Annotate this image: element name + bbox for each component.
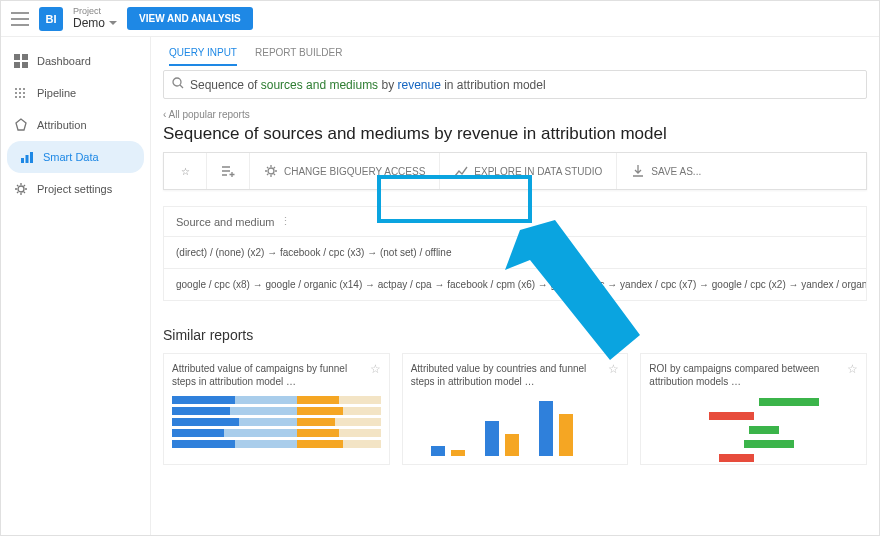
pipeline-icon [13,85,29,101]
svg-rect-4 [21,158,24,163]
smart-data-icon [19,149,35,165]
card-title: Attributed value by countries and funnel… [411,362,603,388]
list-add-icon [221,164,235,178]
star-icon: ☆ [178,164,192,178]
change-bigquery-button[interactable]: CHANGE BIGQUERY ACCESS [250,153,440,189]
main-content: QUERY INPUT REPORT BUILDER Sequence of s… [151,37,879,535]
tab-query-input[interactable]: QUERY INPUT [169,47,237,66]
star-icon[interactable]: ☆ [847,362,858,388]
tab-report-builder[interactable]: REPORT BUILDER [255,47,342,66]
gear-icon [13,181,29,197]
dashboard-icon [13,53,29,69]
page-title: Sequence of sources and mediums by reven… [163,124,879,144]
sidebar-item-label: Attribution [37,119,87,131]
more-icon[interactable]: ⋮ [280,215,291,228]
svg-point-8 [173,78,181,86]
svg-rect-0 [14,54,20,60]
sidebar-item-smart-data[interactable]: Smart Data [7,141,144,173]
list-add-button[interactable] [207,153,250,189]
sidebar-item-project-settings[interactable]: Project settings [1,173,150,205]
project-name: Demo [73,17,117,30]
similar-reports-cards: Attributed value of campaigns by funnel … [163,353,867,465]
svg-point-10 [268,168,274,174]
column-header[interactable]: Source and medium ⋮ [163,206,867,237]
svg-rect-6 [30,152,33,163]
gear-icon [264,164,278,178]
favorite-button[interactable]: ☆ [164,153,207,189]
logo[interactable]: BI [39,7,63,31]
topbar: BI Project Demo VIEW AND ANALYSIS [1,1,879,37]
project-selector[interactable]: Project Demo [73,7,117,30]
stacked-bar-chart [172,396,381,456]
query-text: Sequence of sources and mediums by reven… [190,78,546,92]
grouped-bar-chart [411,396,620,456]
report-card[interactable]: ROI by campaigns compared between attrib… [640,353,867,465]
sidebar: Dashboard Pipeline Attribution Smart Dat… [1,37,151,535]
report-card[interactable]: Attributed value of campaigns by funnel … [163,353,390,465]
save-as-button[interactable]: SAVE AS... [617,153,715,189]
attribution-icon [13,117,29,133]
report-card[interactable]: Attributed value by countries and funnel… [402,353,629,465]
sidebar-item-label: Pipeline [37,87,76,99]
tabs: QUERY INPUT REPORT BUILDER [163,43,879,66]
sidebar-item-dashboard[interactable]: Dashboard [1,45,150,77]
breadcrumb[interactable]: ‹ All popular reports [163,107,879,124]
svg-point-7 [18,186,24,192]
sidebar-item-label: Dashboard [37,55,91,67]
svg-line-9 [180,85,183,88]
sidebar-item-pipeline[interactable]: Pipeline [1,77,150,109]
chevron-down-icon [109,21,117,25]
chart-icon [454,164,468,178]
explore-data-studio-button[interactable]: EXPLORE IN DATA STUDIO [440,153,617,189]
svg-rect-5 [26,155,29,163]
similar-reports-heading: Similar reports [163,327,879,343]
svg-rect-1 [22,54,28,60]
toolbar: ☆ CHANGE BIGQUERY ACCESS [163,152,867,190]
card-title: Attributed value of campaigns by funnel … [172,362,364,388]
sidebar-item-attribution[interactable]: Attribution [1,109,150,141]
view-and-analysis-button[interactable]: VIEW AND ANALYSIS [127,7,253,30]
card-title: ROI by campaigns compared between attrib… [649,362,841,388]
menu-icon[interactable] [11,12,29,26]
svg-rect-2 [14,62,20,68]
table-row[interactable]: google / cpc (x8) → google / organic (x1… [163,269,867,301]
star-icon[interactable]: ☆ [370,362,381,388]
sidebar-item-label: Smart Data [43,151,99,163]
star-icon[interactable]: ☆ [608,362,619,388]
sidebar-item-label: Project settings [37,183,112,195]
query-input[interactable]: Sequence of sources and mediums by reven… [163,70,867,99]
table-row[interactable]: (direct) / (none) (x2) → facebook / cpc … [163,237,867,269]
download-icon [631,164,645,178]
svg-rect-3 [22,62,28,68]
search-icon [172,77,184,92]
diverging-bar-chart [649,396,858,456]
